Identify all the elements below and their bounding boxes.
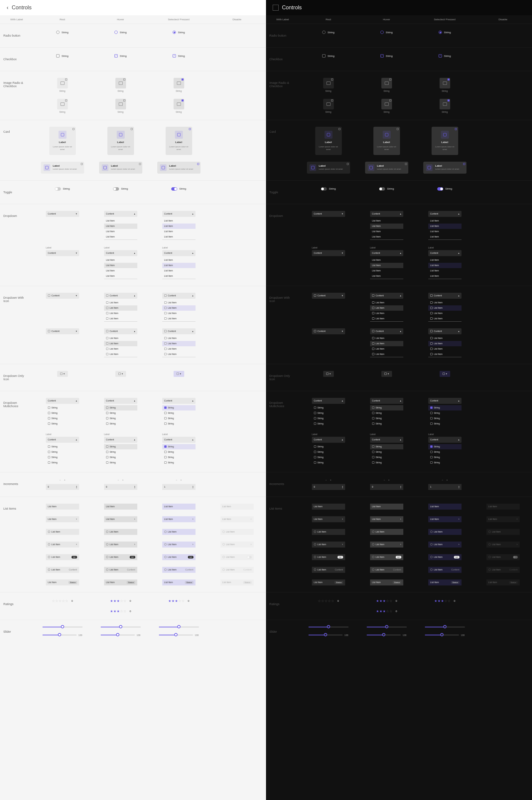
dropdown-icon-rest[interactable]: Content▾ <box>46 293 79 299</box>
dropdown-multi-label-selected[interactable]: LabelContent▴StringStringStringString <box>428 433 461 465</box>
image-checkbox-selected[interactable]: String <box>437 99 452 113</box>
toggle-hover[interactable]: String <box>379 187 394 191</box>
dropdown-label-selected[interactable]: LabelContent▴List ItemList ItemList Item… <box>428 246 461 279</box>
card-v-hover[interactable]: LabelLorem ipsum dolor sit amet <box>108 127 134 155</box>
increment-rest[interactable]: −+0▴▾ <box>46 479 79 490</box>
dropdown-only-icon-hover[interactable]: ▾ <box>115 371 126 377</box>
dropdown-icon-rest[interactable]: Content▾ <box>312 293 345 299</box>
list-item-badge-selected[interactable]: List Item12 <box>428 554 461 560</box>
rating-selected[interactable]: ★★★☆☆0 <box>168 599 189 603</box>
dropdown-icon-rest2[interactable]: Content▾ <box>46 328 79 334</box>
list-item-chevron-selected[interactable]: List Item› <box>428 516 461 522</box>
dropdown-multi-rest[interactable]: Content▴StringStringStringString <box>46 398 79 426</box>
increment-hover[interactable]: −+0▴▾ <box>104 479 137 490</box>
list-item-radio-chevron-selected[interactable]: List Item› <box>428 542 461 547</box>
list-item-hover[interactable]: List Item <box>370 504 403 509</box>
rating-hover[interactable]: ★★★☆☆0 <box>110 599 131 603</box>
list-item-badge-hover[interactable]: List Item12 <box>104 554 137 560</box>
radio-hover[interactable]: String <box>380 31 393 34</box>
checkbox-hover[interactable]: String <box>114 54 127 58</box>
list-item-status-selected[interactable]: List ItemStatus <box>162 579 195 585</box>
dropdown-only-icon-hover[interactable]: ▾ <box>381 371 392 377</box>
list-item-chevron-hover[interactable]: List Item› <box>370 516 403 522</box>
card-v-selected[interactable]: LabelLorem ipsum dolor sit amet <box>432 127 458 155</box>
dropdown-multi-label-hover[interactable]: LabelContent▴StringStringStringString <box>104 433 137 465</box>
dropdown-icon-selected[interactable]: Content▴List ItemList ItemList ItemList … <box>428 293 461 322</box>
list-item-status-rest[interactable]: List ItemStatus <box>312 579 345 585</box>
image-checkbox-rest[interactable]: String <box>55 99 70 113</box>
image-radio-hover[interactable]: String <box>379 78 394 92</box>
dropdown-selected[interactable]: Content▴List ItemList ItemList ItemList … <box>428 211 461 240</box>
radio-rest[interactable]: String <box>322 31 335 34</box>
dropdown-multi-label-rest[interactable]: LabelContent▴StringStringStringString <box>312 433 345 465</box>
dropdown-multi-selected[interactable]: Content▴StringStringStringString <box>428 398 461 426</box>
slider-val-hover[interactable]: 100 <box>101 634 141 636</box>
dropdown-multi-hover[interactable]: Content▴StringStringStringString <box>370 398 403 426</box>
toggle-rest[interactable]: String <box>321 187 336 191</box>
dropdown-multi-rest[interactable]: Content▴StringStringStringString <box>312 398 345 426</box>
list-item-radio-chevron-rest[interactable]: List Item› <box>312 542 345 547</box>
list-item-content-selected[interactable]: List ItemContent <box>428 567 461 573</box>
list-item-status-rest[interactable]: List ItemStatus <box>46 579 79 585</box>
list-item-content-selected[interactable]: List ItemContent <box>162 567 195 573</box>
list-item-badge-rest[interactable]: List Item12 <box>312 554 345 560</box>
increment-selected[interactable]: −+1▴▾ <box>162 479 195 490</box>
card-v-rest[interactable]: LabelLorem ipsum dolor sit amet <box>315 127 342 155</box>
dropdown-only-icon-selected[interactable]: ▾ <box>440 371 450 377</box>
radio-selected[interactable]: String <box>173 31 185 34</box>
image-radio-rest[interactable]: String <box>55 78 70 92</box>
dropdown-icon-selected2[interactable]: Content▴List ItemList ItemList ItemList … <box>162 328 195 357</box>
list-item-chevron-rest[interactable]: List Item› <box>46 516 79 522</box>
list-item-rest[interactable]: List Item <box>46 504 79 509</box>
list-item-badge-rest[interactable]: List Item12 <box>46 554 79 560</box>
list-item-content-rest[interactable]: List ItemContent <box>312 567 345 573</box>
slider-val-selected[interactable]: 100 <box>425 634 465 636</box>
dropdown-selected[interactable]: Content▴List ItemList ItemList ItemList … <box>162 211 195 240</box>
slider-rest[interactable] <box>42 627 82 627</box>
checkbox-rest[interactable]: String <box>56 54 69 58</box>
rating-hover[interactable]: ★★★☆☆0 <box>376 599 397 603</box>
rating-rest[interactable]: ☆☆☆☆☆0 <box>52 599 73 603</box>
list-item-selected[interactable]: List Item <box>162 504 195 509</box>
increment-rest[interactable]: −+0▴▾ <box>312 479 345 490</box>
dropdown-multi-selected[interactable]: Content▴StringStringStringString <box>162 398 195 426</box>
increment-selected[interactable]: −+1▴▾ <box>428 479 461 490</box>
slider-selected[interactable] <box>425 627 465 627</box>
dropdown-multi-label-hover[interactable]: LabelContent▴StringStringStringString <box>370 433 403 465</box>
rating-rest[interactable]: ☆☆☆☆☆0 <box>318 599 339 603</box>
back-icon[interactable]: ‹ <box>7 5 8 11</box>
image-radio-selected[interactable]: String <box>437 78 452 92</box>
list-item-radio-rest[interactable]: List Item <box>312 529 345 535</box>
list-item-content-hover[interactable]: List ItemContent <box>370 567 403 573</box>
list-item-rest[interactable]: List Item <box>312 504 345 509</box>
dropdown-icon-hover2[interactable]: Content▴List ItemList ItemList ItemList … <box>104 328 137 357</box>
list-item-chevron-selected[interactable]: List Item› <box>162 516 195 522</box>
card-h-rest[interactable]: LabelLorem ipsum dolor sit amet <box>307 162 350 174</box>
rating-selected[interactable]: ★★★☆☆0 <box>434 599 455 603</box>
slider-val-selected[interactable]: 100 <box>159 634 199 636</box>
card-h-hover[interactable]: LabelLorem ipsum dolor sit amet <box>99 162 142 174</box>
radio-rest[interactable]: String <box>56 31 69 34</box>
increment-hover[interactable]: −+0▴▾ <box>370 479 403 490</box>
card-h-rest[interactable]: LabelLorem ipsum dolor sit amet <box>41 162 84 174</box>
toggle-hover[interactable]: String <box>113 187 128 191</box>
dropdown-hover[interactable]: Content▴List ItemList ItemList ItemList … <box>370 211 403 240</box>
toggle-rest[interactable]: String <box>55 187 70 191</box>
radio-selected[interactable]: String <box>439 31 451 34</box>
image-radio-selected[interactable]: String <box>171 78 186 92</box>
dropdown-multi-label-selected[interactable]: LabelContent▴StringStringStringString <box>162 433 195 465</box>
card-h-hover[interactable]: LabelLorem ipsum dolor sit amet <box>365 162 408 174</box>
list-item-selected[interactable]: List Item <box>428 504 461 509</box>
list-item-radio-chevron-selected[interactable]: List Item› <box>162 542 195 547</box>
dropdown-label-rest[interactable]: LabelContent▾ <box>46 246 79 256</box>
image-checkbox-rest[interactable]: String <box>321 99 336 113</box>
list-item-radio-chevron-rest[interactable]: List Item› <box>46 542 79 547</box>
dropdown-label-hover[interactable]: LabelContent▴List ItemList ItemList Item… <box>370 246 403 279</box>
image-checkbox-hover[interactable]: String <box>379 99 394 113</box>
checkbox-rest[interactable]: String <box>322 54 335 58</box>
list-item-status-hover[interactable]: List ItemStatus <box>104 579 137 585</box>
card-v-rest[interactable]: LabelLorem ipsum dolor sit amet <box>49 127 76 155</box>
dropdown-multi-hover[interactable]: Content▴StringStringStringString <box>104 398 137 426</box>
image-checkbox-selected[interactable]: String <box>171 99 186 113</box>
checkbox-selected[interactable]: String <box>173 54 185 58</box>
